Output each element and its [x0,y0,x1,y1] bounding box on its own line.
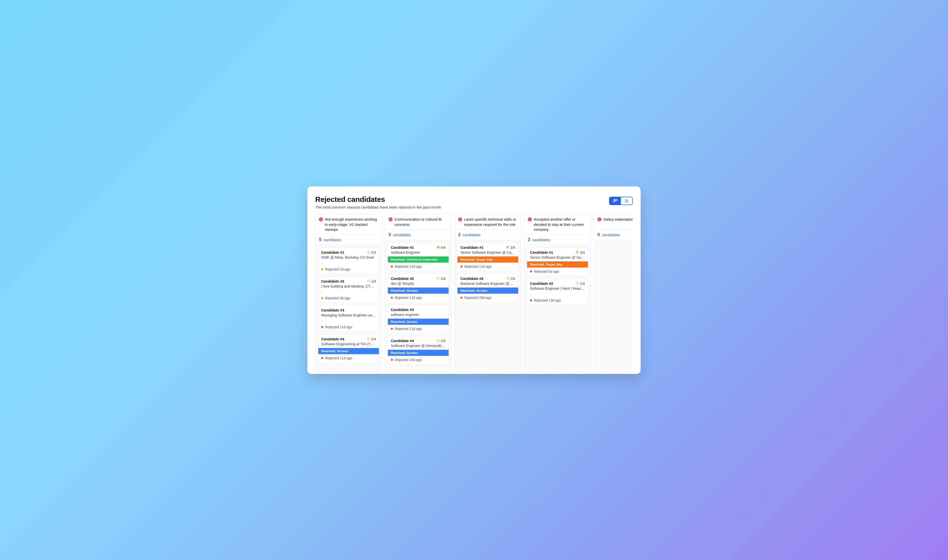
card-header-row: Candidate #21/4 [321,279,376,283]
card-header-row: Candidate #22/4 [460,277,515,281]
candidate-card[interactable]: Candidate #42/4Software Engineering at T… [318,334,379,363]
svg-rect-1 [615,199,616,202]
stage-spacer [318,259,379,262]
view-list-button[interactable] [621,197,632,205]
star-icon [367,250,370,254]
page-title: Rejected candidates [315,195,441,204]
card-top: Candidate #3Managing Software Engineer a… [318,306,379,317]
stage-dash: - [318,290,379,294]
candidate-desc: SWE @ Meta, Berkeley CS Grad [321,255,376,259]
stage-spacer [527,291,588,292]
column-title: Salary expectations [603,217,633,222]
column-cards[interactable]: Candidate #13/4Senior Software Engineer … [524,245,591,371]
candidate-desc: Software Engineer @ Demandbase [391,344,446,348]
header: Rejected candidates The most common reas… [315,195,633,214]
reject-icon [458,217,462,222]
candidate-desc: Software Engineer [391,251,446,254]
star-icon [506,277,509,281]
rating-value: 3/4 [511,246,515,249]
list-icon [624,198,629,203]
candidate-desc: Software Engineering at Tint (YC W… [321,342,376,346]
column-count: 5candidates [385,230,451,240]
candidate-card[interactable]: Candidate #42/4Software Engineer @ Deman… [388,336,449,365]
candidate-name: Candidate #3 [321,308,344,312]
candidate-card[interactable]: Candidate #3software engineerReached: Sc… [388,305,449,334]
candidate-card[interactable]: Candidate #12/4SWE @ Meta, Berkeley CS G… [318,248,379,274]
card-footer: Rejected 11d ago [318,323,379,331]
status-text: Rejected 13d ago [534,298,561,302]
card-top: Candidate #3software engineer [388,305,449,317]
card-footer: Rejected 2d ago [318,265,379,274]
candidate-desc: Managing Software Engineer and D… [321,313,376,317]
candidate-card[interactable]: Candidate #22/4dev @ ShopifyReached: Scr… [388,274,449,302]
column-count: 2candidates [455,230,521,240]
column-count-number: 5 [319,237,322,242]
svg-marker-27 [576,282,579,285]
status-text: Rejected 3d ago [325,296,350,300]
column-cards[interactable]: Candidate #13/4Senior Software Engineer … [455,240,521,371]
column-cards[interactable] [594,240,633,371]
status-dot [530,271,532,272]
stage-dash: - [527,292,588,296]
rating-value: 2/4 [371,251,376,254]
rejection-column: Accepted another offer or decided to sta… [524,214,591,372]
column-count-label: candidates [463,233,481,237]
stage-badge: Reached: Screen [388,350,449,356]
card-footer: Rejected 29d ago [457,294,518,302]
stage-badge: Reached: Technical Interview [388,257,449,263]
star-icon [576,250,579,254]
candidate-card[interactable]: Candidate #13/4Senior Software Engineer … [527,248,588,276]
rating: 2/4 [367,250,376,254]
reject-icon [319,217,323,222]
candidate-card[interactable]: Candidate #21/4Software Engineer | Next … [527,278,588,305]
svg-marker-14 [437,277,440,280]
rating-value: 2/4 [441,339,446,343]
kanban-icon [613,198,617,203]
card-header-row: Candidate #13/4 [460,245,515,249]
rejection-column: Lacks specific technical skills or exper… [454,214,521,372]
rating: 2/4 [506,277,515,281]
stage-badge: Reached: Screen [318,348,379,354]
status-dot [460,266,462,268]
candidate-name: Candidate #1 [391,245,414,249]
card-header-row: Candidate #42/4 [391,338,446,343]
candidate-name: Candidate #2 [530,282,553,286]
columns-scroll[interactable]: Not enough experience working in early-s… [315,214,633,374]
card-header-row: Candidate #13/4 [530,250,585,254]
candidate-card[interactable]: Candidate #21/4I love building and ideat… [318,277,379,303]
svg-marker-9 [367,279,370,282]
column-cards[interactable]: Candidate #12/4SWE @ Meta, Berkeley CS G… [315,245,382,371]
status-text: Rejected 2d ago [325,267,350,271]
view-kanban-button[interactable] [609,197,621,205]
rating: 2/4 [367,337,376,341]
column-title: Not enough experience working in early-s… [325,217,378,232]
candidate-name: Candidate #1 [530,250,553,254]
rating-value: 1/4 [580,282,585,286]
status-text: Rejected 29d ago [464,296,491,300]
candidate-card[interactable]: Candidate #14/4Software EngineerReached:… [388,243,449,271]
candidate-name: Candidate #4 [321,337,344,341]
card-footer: Rejected 5d ago [527,268,588,276]
card-top: Candidate #42/4Software Engineer @ Deman… [388,336,449,348]
star-icon [367,279,370,283]
candidate-card[interactable]: Candidate #22/4Backend Software Engineer… [457,274,519,302]
card-header-row: Candidate #14/4 [391,245,446,249]
candidate-desc: Senior Software Engineer @ Isomet… [530,255,585,259]
status-text: Rejected 11d ago [325,356,352,360]
rating-value: 2/4 [441,277,446,281]
status-text: Rejected 11d ago [395,327,422,331]
reject-icon [389,217,392,222]
candidate-desc: I love building and ideating. CTO at … [321,284,376,288]
stage-badge: Reached: Super Day [457,257,518,263]
stage-dash: - [318,262,379,265]
candidate-card[interactable]: Candidate #3Managing Software Engineer a… [318,305,379,332]
svg-marker-15 [437,339,440,342]
candidate-card[interactable]: Candidate #13/4Senior Software Engineer … [457,243,519,271]
candidate-desc: software engineer [391,313,446,317]
column-cards[interactable]: Candidate #14/4Software EngineerReached:… [385,240,451,371]
star-icon [437,338,440,343]
candidate-name: Candidate #1 [321,250,344,254]
star-icon [437,245,440,249]
status-dot [530,299,532,302]
panel-inner: Rejected candidates The most common reas… [307,189,641,374]
